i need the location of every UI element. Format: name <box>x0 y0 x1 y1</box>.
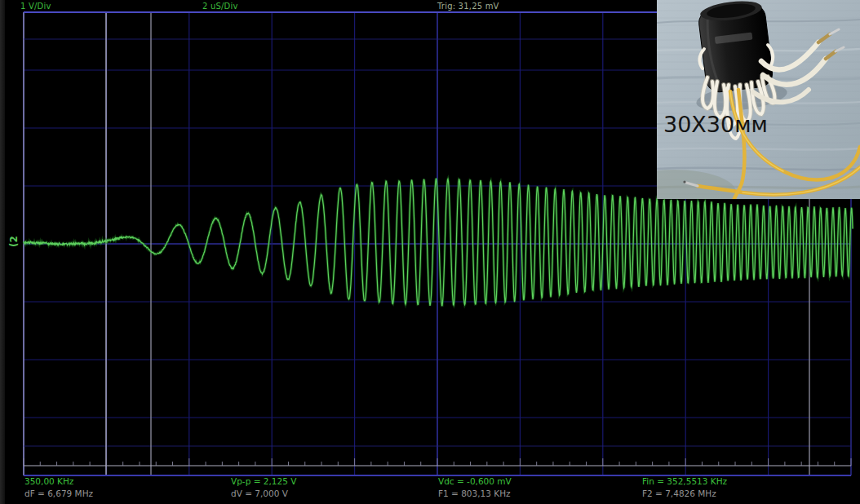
dv-value: dV = 7,000 V <box>231 489 296 501</box>
photo-caption: 30X30мм <box>663 112 768 137</box>
f1-value: F1 = 803,13 KHz <box>438 489 512 501</box>
measurement-frequency: 350,00 KHz dF = 6,679 MHz <box>24 476 93 501</box>
measurement-fin: Fin = 352,5513 KHz F2 = 7,4826 MHz <box>642 476 727 501</box>
sweep-start-value: 350,00 KHz <box>24 476 93 489</box>
vdc-value: Vdc = -0,600 mV <box>438 476 512 489</box>
coil-photo-art: 30X30мм <box>657 0 860 199</box>
channel-2-marker: (2 <box>3 231 24 252</box>
oscilloscope-screen: 1 V/Div 2 uS/Div Trig: 31,25 mV (2 350,0… <box>0 0 860 504</box>
df-value: dF = 6,679 MHz <box>24 489 93 501</box>
fin-value: Fin = 352,5513 KHz <box>642 476 727 489</box>
measurement-vpp: Vp-p = 2,125 V dV = 7,000 V <box>231 476 296 501</box>
coil-photo-inset: 30X30мм <box>657 0 860 199</box>
f2-value: F2 = 7,4826 MHz <box>642 489 727 501</box>
vpp-value: Vp-p = 2,125 V <box>231 476 296 489</box>
measurement-vdc: Vdc = -0,600 mV F1 = 803,13 KHz <box>438 476 512 501</box>
